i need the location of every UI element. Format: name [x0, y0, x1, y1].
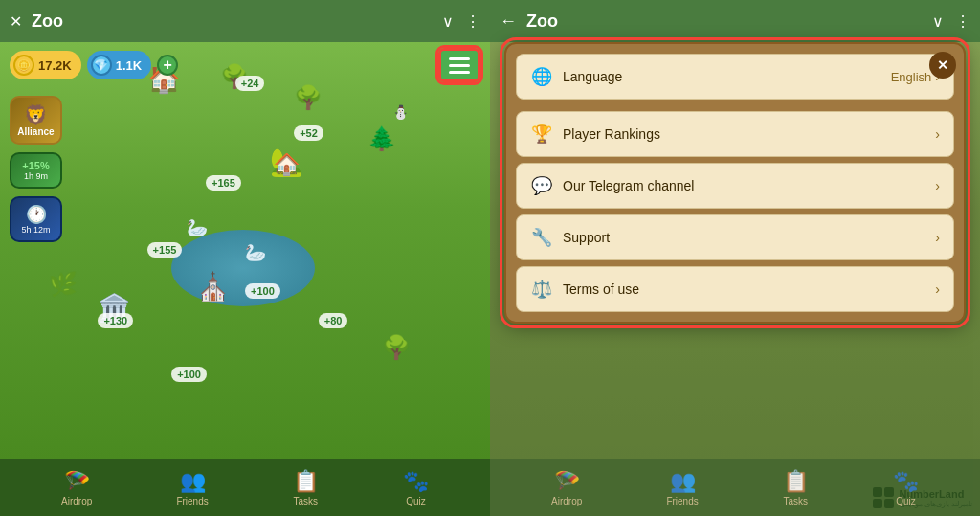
- right-nav-tasks-label: Tasks: [784, 496, 809, 506]
- close-x-icon: ✕: [937, 57, 948, 73]
- nav-friends[interactable]: 👥 Friends: [176, 469, 208, 506]
- terms-label: Terms of use: [563, 281, 935, 297]
- left-top-bar-icons: ∨ ⋮: [442, 12, 480, 31]
- pond: [171, 230, 315, 306]
- animal: 🦢: [245, 242, 266, 263]
- timer-button[interactable]: 🕐 5h 12m: [10, 196, 62, 242]
- right-nav-friends-label: Friends: [666, 496, 698, 506]
- hamburger-menu-button[interactable]: [438, 48, 480, 82]
- rankings-label: Player Rankings: [563, 126, 935, 142]
- telegram-chevron-icon: ›: [935, 178, 940, 193]
- right-tasks-icon: 📋: [783, 469, 809, 494]
- score-popup: +80: [319, 313, 348, 328]
- score-popup: +100: [171, 367, 207, 382]
- close-button[interactable]: ✕: [10, 12, 22, 31]
- nav-quiz-label: Quiz: [406, 496, 426, 506]
- coin-icon: 🪙: [13, 55, 34, 76]
- add-gems-button[interactable]: +: [157, 55, 178, 76]
- airdrop-icon: 🪂: [64, 469, 90, 494]
- boost-timer-label: 1h 9m: [15, 171, 56, 181]
- animal: ⛄: [392, 104, 409, 120]
- more-options-icon[interactable]: ⋮: [465, 12, 480, 31]
- telegram-icon: 💬: [530, 175, 553, 196]
- right-chevron-down-icon[interactable]: ∨: [932, 12, 944, 31]
- clock-icon: 🕐: [15, 204, 56, 225]
- hamburger-line-1: [449, 57, 470, 60]
- score-popup: +155: [147, 242, 183, 258]
- language-label: Language: [563, 69, 891, 84]
- timer-label: 5h 12m: [15, 225, 56, 235]
- menu-item-support[interactable]: 🔧 Support ›: [516, 214, 954, 260]
- nav-tasks-label: Tasks: [294, 496, 319, 506]
- back-button[interactable]: ←: [500, 11, 517, 32]
- right-panel: ← Zoo ∨ ⋮ 🏠 🌳 ⛪ 🌲 +100 +150 +80 ✕ 🌐 Lang…: [490, 0, 980, 516]
- right-nav-quiz[interactable]: 🐾 Quiz: [893, 469, 919, 506]
- left-app-title: Zoo: [32, 11, 442, 32]
- building: ⛪: [196, 271, 230, 303]
- score-popup: +52: [294, 125, 323, 141]
- hamburger-line-3: [449, 71, 470, 74]
- coin-badge[interactable]: 🪙 17.2K: [10, 51, 81, 79]
- right-nav-quiz-label: Quiz: [896, 496, 916, 506]
- support-icon: 🔧: [530, 227, 553, 248]
- nav-friends-label: Friends: [176, 496, 208, 506]
- gem-badge[interactable]: 💎 1.1K: [87, 51, 151, 79]
- tree-decoration: 🌲: [368, 125, 396, 152]
- right-quiz-icon: 🐾: [893, 469, 919, 494]
- right-top-bar: ← Zoo ∨ ⋮: [490, 0, 980, 42]
- animal: 🦢: [187, 217, 208, 238]
- quiz-icon: 🐾: [403, 469, 429, 494]
- language-icon: 🌐: [530, 66, 553, 87]
- bottom-navigation: 🪂 Airdrop 👥 Friends 📋 Tasks 🐾 Quiz: [0, 459, 490, 516]
- building: 🏡: [270, 146, 303, 178]
- menu-close-button[interactable]: ✕: [929, 52, 956, 79]
- right-nav-airdrop[interactable]: 🪂 Airdrop: [551, 469, 582, 506]
- right-top-bar-icons: ∨ ⋮: [932, 12, 970, 31]
- left-panel: ✕ Zoo ∨ ⋮ 🪙 17.2K 💎 1.1K + 🦁 Alliance +: [0, 0, 490, 516]
- chevron-down-icon[interactable]: ∨: [442, 12, 454, 31]
- nav-quiz[interactable]: 🐾 Quiz: [403, 469, 429, 506]
- right-friends-icon: 👥: [670, 469, 696, 494]
- alliance-icon: 🦁: [15, 103, 56, 126]
- telegram-label: Our Telegram channel: [563, 178, 935, 193]
- menu-item-telegram[interactable]: 💬 Our Telegram channel ›: [516, 163, 954, 209]
- score-popup: +100: [245, 283, 280, 299]
- right-app-title: Zoo: [526, 11, 932, 32]
- gem-icon: 💎: [91, 55, 112, 76]
- nav-tasks[interactable]: 📋 Tasks: [293, 469, 319, 506]
- language-value: English: [891, 70, 932, 84]
- menu-item-terms[interactable]: ⚖️ Terms of use ›: [516, 266, 954, 312]
- score-popup: +165: [206, 175, 241, 191]
- right-nav-tasks[interactable]: 📋 Tasks: [783, 469, 809, 506]
- hamburger-line-2: [449, 64, 470, 67]
- nav-airdrop-label: Airdrop: [61, 496, 92, 506]
- currency-bar: 🪙 17.2K 💎 1.1K +: [10, 48, 480, 82]
- terms-chevron-icon: ›: [935, 281, 940, 297]
- boost-button[interactable]: +15% 1h 9m: [10, 152, 62, 189]
- gem-value: 1.1K: [116, 58, 142, 73]
- support-chevron-icon: ›: [935, 230, 940, 245]
- terms-icon: ⚖️: [530, 279, 553, 300]
- boost-percent-label: +15%: [15, 160, 56, 171]
- right-nav-friends[interactable]: 👥 Friends: [666, 469, 698, 506]
- score-popup: +130: [98, 313, 133, 328]
- right-nav-airdrop-label: Airdrop: [551, 496, 582, 506]
- game-world: 🌳 🌲 🌳 🌿 🌳 🏠 🏡 ⛪ 🏛️ 🦢 🦢 ⛄ +24 +52 +165 +1…: [0, 42, 490, 459]
- tree-decoration: 🌳: [382, 334, 411, 361]
- alliance-label: Alliance: [15, 126, 56, 137]
- tasks-icon: 📋: [293, 469, 319, 494]
- right-more-options-icon[interactable]: ⋮: [955, 12, 970, 31]
- right-airdrop-icon: 🪂: [554, 469, 580, 494]
- menu-item-rankings[interactable]: 🏆 Player Rankings ›: [516, 111, 954, 157]
- tree-decoration: 🌿: [49, 271, 78, 298]
- rankings-icon: 🏆: [530, 123, 553, 145]
- tree-decoration: 🌳: [294, 84, 323, 111]
- nav-airdrop[interactable]: 🪂 Airdrop: [61, 469, 92, 506]
- side-buttons: 🦁 Alliance +15% 1h 9m 🕐 5h 12m: [10, 96, 62, 242]
- friends-icon: 👥: [180, 469, 206, 494]
- menu-item-language[interactable]: 🌐 Language English ›: [516, 54, 954, 100]
- left-top-bar: ✕ Zoo ∨ ⋮: [0, 0, 490, 42]
- coin-value: 17.2K: [38, 58, 72, 73]
- rankings-chevron-icon: ›: [935, 126, 940, 142]
- alliance-button[interactable]: 🦁 Alliance: [10, 96, 62, 145]
